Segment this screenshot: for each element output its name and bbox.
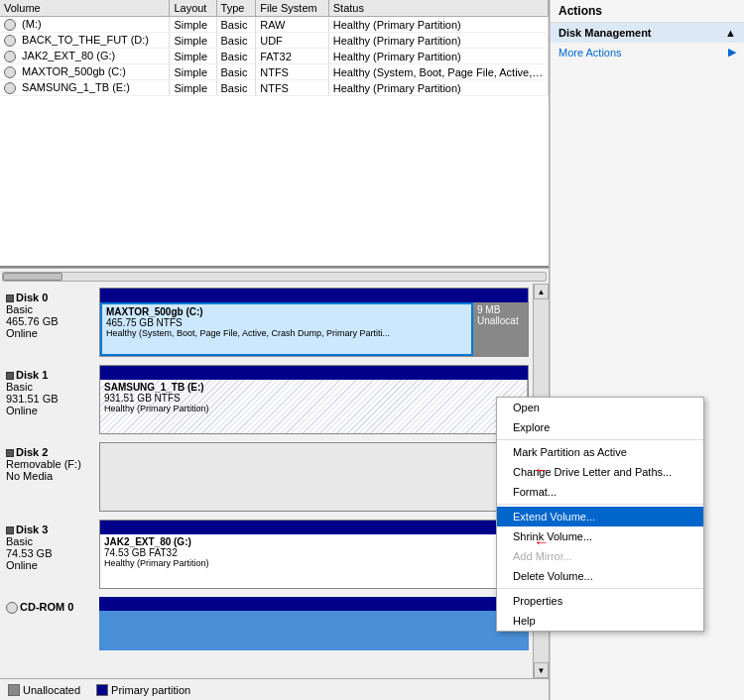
col-filesystem: File System	[256, 0, 329, 17]
left-panel: Volume Layout Type File System Status (M…	[0, 0, 550, 700]
arrow-extend-volume: ←	[534, 533, 550, 551]
cdrom-header	[99, 597, 529, 611]
scroll-down-btn[interactable]: ▼	[534, 662, 549, 678]
disk-label: CD-ROM 0	[0, 597, 99, 666]
legend-primary-label: Primary partition	[111, 684, 190, 696]
disk-partition[interactable]: JAK2_EXT_80 (G:) 74.53 GB FAT32 Healthy …	[100, 534, 528, 588]
disk-row: Disk 2Removable (F:)No Media	[0, 442, 533, 512]
context-menu-separator	[497, 504, 703, 505]
table-row[interactable]: BACK_TO_THE_FUT (D:) Simple Basic UDF He…	[0, 33, 549, 49]
more-actions-label: More Actions	[558, 47, 622, 58]
cell-status: Healthy (Primary Partition)	[328, 80, 548, 96]
partition-status: Healthy (Primary Partition)	[104, 558, 523, 568]
cell-filesystem: NTFS	[256, 64, 329, 80]
context-menu-item[interactable]: Explore	[497, 417, 703, 437]
cell-type: Basic	[216, 33, 256, 49]
disk-bar-header	[100, 366, 528, 380]
disk-name: Disk 1	[6, 369, 93, 381]
cell-filesystem: NTFS	[256, 80, 329, 96]
disk-partition[interactable]: SAMSUNG_1_TB (E:) 931.51 GB NTFS Healthy…	[100, 380, 528, 433]
disk-bar-cdrom	[99, 597, 529, 666]
legend-primary-box	[96, 684, 108, 696]
cell-volume: (M:)	[0, 17, 170, 33]
disk-label: Disk 2Removable (F:)No Media	[0, 442, 99, 512]
disk-label: Disk 0Basic465.76 GBOnline	[0, 288, 99, 357]
cell-status: Healthy (Primary Partition)	[328, 33, 548, 49]
arrow-change-drive: ←	[534, 461, 550, 479]
disk-type: Basic	[6, 381, 93, 393]
context-menu-item[interactable]: Open	[497, 398, 703, 417]
table-row[interactable]: SAMSUNG_1_TB (E:) Simple Basic NTFS Heal…	[0, 80, 549, 96]
context-menu-item[interactable]: Extend Volume...	[497, 507, 703, 526]
context-menu-item[interactable]: Properties	[497, 591, 703, 611]
cell-layout: Simple	[170, 64, 216, 80]
disk-label: Disk 1Basic931.51 GBOnline	[0, 365, 99, 434]
disk-bar-container: MAXTOR_500gb (C:) 465.75 GB NTFS Healthy…	[99, 288, 529, 357]
collapse-icon: ▲	[725, 27, 736, 39]
scrollbar-thumb-h[interactable]	[3, 273, 62, 281]
disk-status: Online	[6, 327, 93, 339]
actions-header: Actions	[551, 0, 744, 23]
context-menu-item[interactable]: Help	[497, 611, 703, 631]
disk-label: Disk 3Basic74.53 GBOnline	[0, 520, 99, 589]
scroll-up-btn[interactable]: ▲	[534, 284, 549, 299]
cell-type: Basic	[216, 49, 256, 64]
col-volume: Volume	[0, 0, 170, 17]
disk-bar-container: JAK2_EXT_80 (G:) 74.53 GB FAT32 Healthy …	[99, 520, 529, 589]
table-row[interactable]: JAK2_EXT_80 (G:) Simple Basic FAT32 Heal…	[0, 49, 549, 64]
disk-management-header[interactable]: Disk Management ▲	[551, 23, 744, 43]
scrollbar-track-h[interactable]	[2, 272, 547, 282]
disk-bar-content: MAXTOR_500gb (C:) 465.75 GB NTFS Healthy…	[100, 302, 528, 356]
partition-label: SAMSUNG_1_TB (E:)	[104, 382, 523, 393]
more-actions-item[interactable]: More Actions ▶	[551, 43, 744, 61]
context-menu-item[interactable]: Format...	[497, 482, 703, 502]
legend-unallocated-box	[8, 684, 20, 696]
cell-filesystem: RAW	[256, 17, 329, 33]
cdrom-body	[99, 611, 529, 650]
context-menu-item[interactable]: Mark Partition as Active	[497, 442, 703, 462]
disk-bar-no-media	[99, 442, 529, 512]
disk-name: Disk 2	[6, 446, 93, 458]
context-menu-item[interactable]: Shrink Volume...	[497, 526, 703, 546]
disk-status: No Media	[6, 470, 93, 482]
cell-filesystem: UDF	[256, 33, 329, 49]
disk-row: Disk 1Basic931.51 GBOnline SAMSUNG_1_TB …	[0, 365, 533, 434]
unallocated-partition: 9 MB Unallocat	[473, 302, 528, 356]
disk-bar-header	[100, 289, 528, 302]
partition-status: Healthy (Primary Partition)	[104, 404, 523, 413]
col-layout: Layout	[170, 0, 216, 17]
horizontal-scrollbar[interactable]	[0, 268, 549, 284]
disk-status: Online	[6, 405, 93, 416]
disk-partition[interactable]: MAXTOR_500gb (C:) 465.75 GB NTFS Healthy…	[100, 302, 473, 356]
cell-type: Basic	[216, 64, 256, 80]
table-row[interactable]: (M:) Simple Basic RAW Healthy (Primary P…	[0, 17, 549, 33]
disk-bar-content: SAMSUNG_1_TB (E:) 931.51 GB NTFS Healthy…	[100, 380, 528, 433]
partition-status: Healthy (System, Boot, Page File, Active…	[106, 328, 467, 338]
cell-status: Healthy (Primary Partition)	[328, 17, 548, 33]
disk-bar-container: SAMSUNG_1_TB (E:) 931.51 GB NTFS Healthy…	[99, 365, 529, 434]
disk-bar-content: JAK2_EXT_80 (G:) 74.53 GB FAT32 Healthy …	[100, 534, 528, 588]
disk-row: CD-ROM 0	[0, 597, 533, 666]
disk-size: 931.51 GB	[6, 393, 93, 405]
col-type: Type	[216, 0, 256, 17]
context-menu-item[interactable]: Change Drive Letter and Paths...	[497, 462, 703, 482]
table-area: Volume Layout Type File System Status (M…	[0, 0, 549, 268]
cell-status: Healthy (Primary Partition)	[328, 49, 548, 64]
disk-size: 465.76 GB	[6, 315, 93, 327]
disk-status: Online	[6, 559, 93, 571]
disk-type: Removable (F:)	[6, 458, 93, 470]
legend-unallocated: Unallocated	[8, 684, 80, 696]
cell-status: Healthy (System, Boot, Page File, Active…	[328, 64, 548, 80]
table-row[interactable]: MAXTOR_500gb (C:) Simple Basic NTFS Heal…	[0, 64, 549, 80]
cell-type: Basic	[216, 17, 256, 33]
more-actions-arrow: ▶	[728, 46, 736, 58]
context-menu-separator	[497, 439, 703, 440]
unalloc-label: 9 MB Unallocat	[477, 304, 524, 326]
col-status: Status	[328, 0, 548, 17]
context-menu: OpenExploreMark Partition as ActiveChang…	[496, 397, 704, 632]
context-menu-item[interactable]: Delete Volume...	[497, 566, 703, 586]
disk-name: Disk 0	[6, 292, 93, 303]
disk-management-label: Disk Management	[558, 27, 652, 39]
context-menu-item: Add Mirror...	[497, 546, 703, 566]
disk-size: 74.53 GB	[6, 547, 93, 559]
